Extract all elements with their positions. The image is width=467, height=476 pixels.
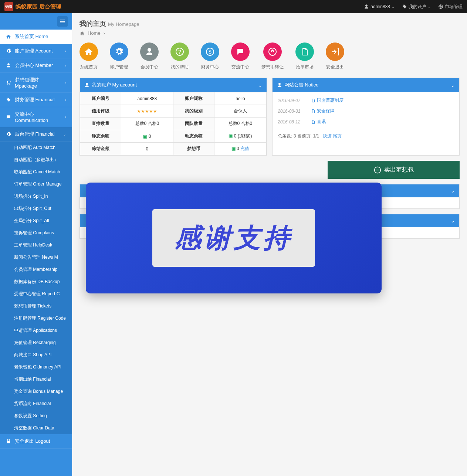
quick-item-4[interactable]: $财务中心 [201, 42, 219, 70]
sidebar-item-label: 安全退出 Logout [15, 438, 66, 445]
submenu-item-6-2[interactable]: 取消匹配 Cancel Match [0, 166, 72, 178]
notice-link[interactable]: 安全保障 [311, 108, 335, 114]
svg-text:$: $ [209, 49, 211, 55]
account-label: 信用评级 [80, 105, 121, 118]
submenu-item-6-3[interactable]: 订单管理 Order Manage [0, 178, 72, 190]
account-label: 冻结金额 [80, 143, 121, 155]
submenu-item-6-19[interactable]: 当期出纳 Financial [0, 373, 72, 385]
account-value: 总数0 合格0 [121, 118, 173, 130]
submenu-item-6-6[interactable]: 全局拆分 Split_All [0, 215, 72, 227]
quick-item-1[interactable]: 账户管理 [110, 42, 128, 70]
chevron-icon: ‹ [65, 115, 66, 119]
notice-cur-label: 当前页: [297, 133, 313, 139]
submenu-item-6-13[interactable]: 梦想币管理 Tickets [0, 300, 72, 312]
chevron-icon: ‹ [65, 98, 66, 102]
file-icon [311, 109, 315, 113]
user-icon [6, 63, 11, 68]
submenu-item-6-22[interactable]: 参数设置 Setting [0, 410, 72, 422]
notice-date: 2016-08-31 [278, 109, 307, 114]
notice-total-label: 总条数: [278, 133, 294, 139]
submenu-item-6-0[interactable]: 自动匹配 Auto Match [0, 142, 72, 154]
notice-last-link[interactable]: 尾页 [333, 133, 342, 139]
submenu-item-6-5[interactable]: 出场拆分 Split_Out [0, 203, 72, 215]
sidebar-item-label: 系统首页 Home [15, 33, 66, 40]
quick-item-0[interactable]: 系统首页 [79, 42, 98, 70]
quick-item-2[interactable]: 会员中心 [140, 42, 159, 70]
dollar-circle-icon: $ [201, 42, 219, 61]
panel-collapse-icon[interactable]: ⌄ [451, 218, 455, 224]
gear-icon [6, 48, 11, 54]
sidebar: 系统首页 Home账户管理 Account‹会员中心 Member‹梦想包理财 … [0, 13, 72, 476]
quick-item-6[interactable]: 梦想币转让 [261, 42, 284, 70]
submenu-item-6-9[interactable]: 新闻公告管理 News M [0, 251, 72, 264]
submenu-item-6-18[interactable]: 老米钱包 Oldmoney API [0, 361, 72, 373]
panel-collapse-icon[interactable]: ⌄ [451, 188, 455, 194]
logo-icon: 蚂蚁 [4, 2, 13, 11]
sidebar-item-1[interactable]: 账户管理 Account‹ [0, 44, 72, 58]
submenu-item-6-17[interactable]: 商城接口 Shop API [0, 349, 72, 361]
sidebar-item-6[interactable]: 后台管理 Financial⌄ [0, 127, 72, 142]
sidebar-item-0[interactable]: 系统首页 Home [0, 30, 72, 44]
quick-item-7[interactable]: 抢单市场 [295, 42, 314, 70]
submenu-item-6-4[interactable]: 进场拆分 Split_In [0, 190, 72, 203]
sidebar-item-5[interactable]: 交流中心 Communication‹ [0, 107, 72, 127]
notice-list: 2016-09-07国盟普惠制度2016-08-31安全保障2016-08-12… [273, 92, 459, 130]
topnav-account-label: 我的账户 [409, 4, 426, 10]
notice-date: 2016-09-07 [278, 98, 307, 103]
sidebar-item-4[interactable]: 财务管理 Financial‹ [0, 93, 72, 107]
notice-link[interactable]: 喜讯 [311, 119, 326, 125]
sidebar-toggle-button[interactable] [57, 16, 68, 27]
hamburger-icon [60, 18, 65, 24]
submenu-item-6-20[interactable]: 奖金查询 Bonus Manage [0, 385, 72, 398]
my-account-panel: 我的账户 My account ⌄ 账户编号admin888账户昵称hello信… [79, 78, 267, 156]
logo-text: 蚂蚁家园 后台管理 [16, 3, 61, 10]
sidebar-item-7[interactable]: 安全退出 Logout [0, 434, 72, 449]
notice-link[interactable]: 国盟普惠制度 [311, 97, 344, 103]
hand-circle-icon [263, 42, 282, 61]
chevron-icon: ‹ [65, 81, 66, 85]
sidebar-item-3[interactable]: 梦想包理财 Mpackage‹ [0, 73, 72, 93]
submenu-item-6-14[interactable]: 注册码管理 Register Code [0, 312, 72, 324]
submenu-item-6-15[interactable]: 申请管理 Applications [0, 324, 72, 337]
submenu-item-6-1[interactable]: 自动匹配（多进单出） [0, 154, 72, 166]
topnav-account[interactable]: 我的账户 ⌄ [402, 4, 431, 10]
panel-collapse-icon[interactable]: ⌄ [258, 82, 262, 88]
sidebar-item-2[interactable]: 会员中心 Member‹ [0, 58, 72, 73]
help-circle-icon: ? [170, 42, 189, 61]
account-value: ★★★★★ [121, 105, 173, 118]
chevron-down-icon: ⌄ [392, 5, 395, 9]
quick-item-3[interactable]: ?我的帮助 [170, 42, 189, 70]
submenu-6: 自动匹配 Auto Match自动匹配（多进单出）取消匹配 Cancel Mat… [0, 142, 72, 434]
submenu-item-6-7[interactable]: 投诉管理 Complains [0, 227, 72, 239]
account-value: hello [214, 92, 266, 105]
submenu-item-6-12[interactable]: 受理中心管理 Report C [0, 288, 72, 300]
submenu-item-6-10[interactable]: 会员管理 Membership [0, 264, 72, 276]
sell-dream-button[interactable]: 卖出梦想包 [328, 161, 460, 179]
breadcrumb-home[interactable]: Home [88, 30, 101, 36]
submenu-item-6-8[interactable]: 工单管理 HelpDesk [0, 239, 72, 251]
quick-item-label: 抢单市场 [296, 64, 314, 70]
account-row-4: 冻结金额0梦想币▣ 0 充值 [80, 143, 267, 155]
sidebar-item-label: 梦想包理财 Mpackage [15, 76, 61, 89]
account-label: 账户编号 [80, 92, 121, 105]
submenu-item-6-11[interactable]: 数据库备份 DB Backup [0, 276, 72, 288]
quick-item-5[interactable]: 交流中心 [231, 42, 250, 70]
topnav-admin[interactable]: admin888 ⌄ [364, 4, 395, 10]
svg-point-5 [269, 48, 276, 55]
quick-item-8[interactable]: 安全退出 [326, 42, 344, 70]
thanks-overlay[interactable]: 感谢支持 [86, 183, 382, 293]
panel-collapse-icon[interactable]: ⌄ [451, 82, 455, 88]
chevron-right-icon: › [104, 30, 105, 36]
recharge-link[interactable]: 充值 [240, 146, 249, 151]
page-title-text: 我的主页 [79, 20, 106, 27]
submenu-item-6-21[interactable]: 货币流向 Financial [0, 398, 72, 410]
account-value: 总数0 合格0 [214, 118, 266, 130]
submenu-item-6-16[interactable]: 充值管理 Recharging [0, 337, 72, 349]
quick-item-label: 账户管理 [110, 64, 128, 70]
submenu-item-6-23[interactable]: 清空数据 Clear Data [0, 422, 72, 434]
quick-item-label: 安全退出 [326, 64, 344, 70]
topnav-market[interactable]: 市场管理 [438, 4, 463, 10]
notice-row-2: 2016-08-12喜讯 [273, 116, 459, 127]
notice-fast-link[interactable]: 快进 [323, 133, 332, 139]
sell-dream-label: 卖出梦想包 [384, 166, 414, 174]
